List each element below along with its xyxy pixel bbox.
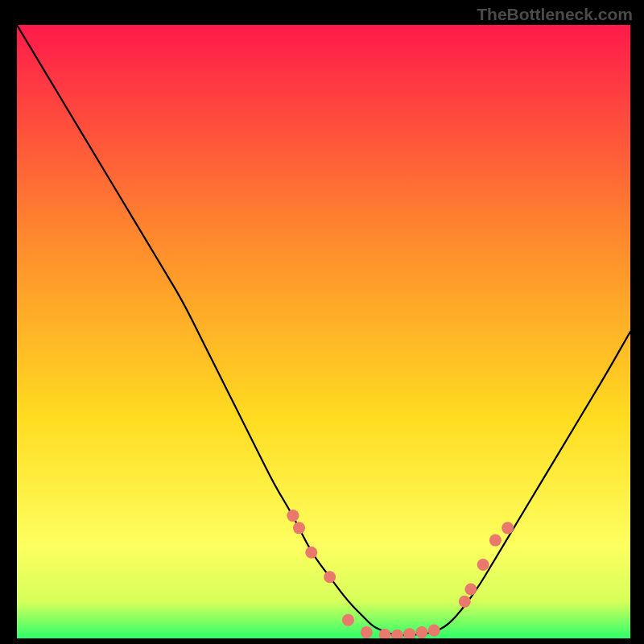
marker-dot (502, 522, 514, 534)
marker-dot (293, 522, 305, 534)
marker-dot (342, 614, 354, 626)
marker-dot (464, 584, 477, 596)
marker-dot (361, 626, 373, 638)
marker-dot (489, 535, 502, 547)
marker-dot (305, 547, 317, 559)
marker-dot (287, 510, 299, 522)
marker-dot (415, 626, 427, 638)
watermark-text: TheBottleneck.com (477, 5, 633, 24)
bottleneck-chart (17, 25, 630, 638)
marker-dot (459, 596, 471, 608)
gradient-background (17, 25, 630, 638)
chart-frame: TheBottleneck.com (0, 0, 644, 644)
marker-dot (324, 571, 336, 583)
marker-dot (477, 559, 489, 571)
marker-dot (428, 625, 440, 637)
